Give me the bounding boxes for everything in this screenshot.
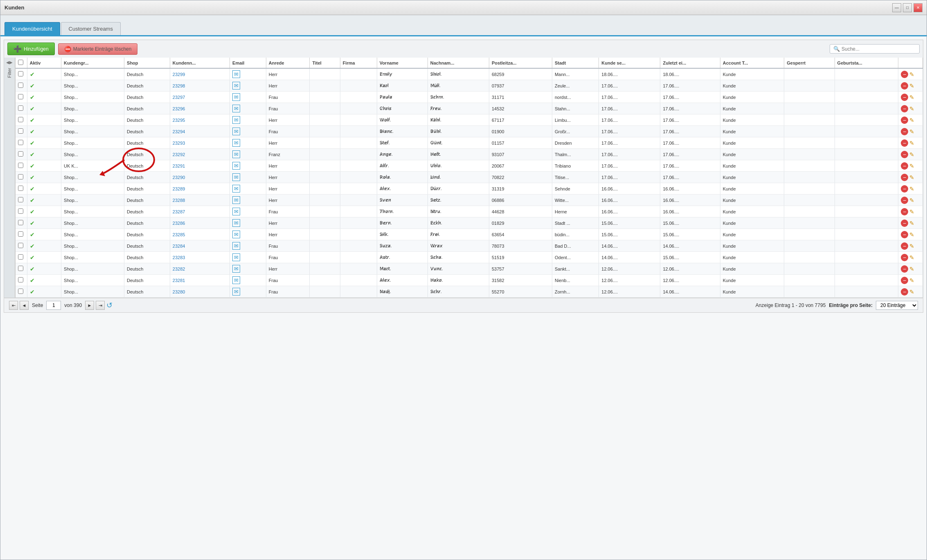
col-aktiv[interactable]: Aktiv [27, 58, 61, 68]
prev-page-button[interactable]: ◄ [20, 301, 29, 310]
edit-row-button[interactable]: ✎ [909, 94, 914, 101]
row-kundennr[interactable]: 23289 [170, 183, 230, 195]
row-kundennr[interactable]: 23287 [170, 206, 230, 217]
row-checkbox[interactable] [16, 103, 27, 114]
row-kundennr[interactable]: 23280 [170, 286, 230, 298]
col-zuletzt[interactable]: Zuletzt ei... [660, 58, 720, 68]
delete-row-button[interactable]: − [901, 185, 908, 193]
row-checkbox[interactable] [16, 195, 27, 206]
col-plz[interactable]: Postleitza... [489, 58, 552, 68]
row-checkbox[interactable] [16, 252, 27, 263]
delete-row-button[interactable]: − [901, 139, 908, 147]
row-checkbox[interactable] [16, 149, 27, 160]
row-checkbox[interactable] [16, 68, 27, 80]
row-email[interactable]: ✉ [230, 183, 266, 195]
per-page-select[interactable]: 10 Einträge20 Einträge50 Einträge100 Ein… [876, 301, 918, 310]
edit-row-button[interactable]: ✎ [909, 186, 914, 192]
col-titel[interactable]: Titel [310, 58, 340, 68]
delete-row-button[interactable]: − [901, 174, 908, 181]
delete-row-button[interactable]: − [901, 231, 908, 238]
close-button[interactable]: ✕ [914, 3, 923, 12]
row-email[interactable]: ✉ [230, 263, 266, 275]
edit-row-button[interactable]: ✎ [909, 277, 914, 284]
page-number-input[interactable] [46, 301, 61, 310]
row-email[interactable]: ✉ [230, 252, 266, 263]
edit-row-button[interactable]: ✎ [909, 151, 914, 158]
row-checkbox[interactable] [16, 183, 27, 195]
tab-kundenubersicht[interactable]: Kundenübersicht [4, 22, 60, 35]
col-nachname[interactable]: Nachnam... [428, 58, 489, 68]
delete-row-button[interactable]: − [901, 208, 908, 215]
row-kundennr[interactable]: 23288 [170, 195, 230, 206]
row-checkbox[interactable] [16, 137, 27, 149]
edit-row-button[interactable]: ✎ [909, 140, 914, 146]
delete-row-button[interactable]: − [901, 105, 908, 112]
row-email[interactable]: ✉ [230, 160, 266, 172]
row-kundennr[interactable]: 23294 [170, 126, 230, 137]
edit-row-button[interactable]: ✎ [909, 117, 914, 123]
delete-row-button[interactable]: − [901, 151, 908, 158]
row-kundennr[interactable]: 23297 [170, 92, 230, 103]
edit-row-button[interactable]: ✎ [909, 105, 914, 112]
row-checkbox[interactable] [16, 206, 27, 217]
row-kundennr[interactable]: 23296 [170, 103, 230, 114]
row-email[interactable]: ✉ [230, 229, 266, 240]
row-checkbox[interactable] [16, 160, 27, 172]
row-checkbox[interactable] [16, 240, 27, 252]
row-kundennr[interactable]: 23284 [170, 240, 230, 252]
delete-row-button[interactable]: − [901, 220, 908, 227]
edit-row-button[interactable]: ✎ [909, 197, 914, 204]
edit-row-button[interactable]: ✎ [909, 208, 914, 215]
delete-row-button[interactable]: − [901, 128, 908, 135]
edit-row-button[interactable]: ✎ [909, 220, 914, 226]
row-checkbox[interactable] [16, 286, 27, 298]
next-page-button[interactable]: ► [85, 301, 94, 310]
edit-row-button[interactable]: ✎ [909, 254, 914, 261]
delete-row-button[interactable]: − [901, 288, 908, 296]
row-kundennr[interactable]: 23295 [170, 114, 230, 126]
row-email[interactable]: ✉ [230, 172, 266, 183]
edit-row-button[interactable]: ✎ [909, 266, 914, 272]
col-shop[interactable]: Shop [124, 58, 170, 68]
col-kundengruppe[interactable]: Kundengr... [61, 58, 124, 68]
edit-row-button[interactable]: ✎ [909, 71, 914, 78]
row-email[interactable]: ✉ [230, 126, 266, 137]
edit-row-button[interactable]: ✎ [909, 289, 914, 295]
edit-row-button[interactable]: ✎ [909, 174, 914, 181]
last-page-button[interactable]: ⇥ [96, 301, 105, 310]
delete-row-button[interactable]: − [901, 242, 908, 250]
delete-row-button[interactable]: − [901, 254, 908, 261]
col-geburtstag[interactable]: Geburtsta... [835, 58, 898, 68]
col-email[interactable]: Email [230, 58, 266, 68]
row-checkbox[interactable] [16, 80, 27, 92]
row-kundennr[interactable]: 23291 [170, 160, 230, 172]
row-kundennr[interactable]: 23298 [170, 80, 230, 92]
row-kundennr[interactable]: 23283 [170, 252, 230, 263]
row-email[interactable]: ✉ [230, 103, 266, 114]
row-email[interactable]: ✉ [230, 206, 266, 217]
row-checkbox[interactable] [16, 275, 27, 286]
row-email[interactable]: ✉ [230, 286, 266, 298]
delete-row-button[interactable]: − [901, 82, 908, 90]
edit-row-button[interactable]: ✎ [909, 231, 914, 238]
edit-row-button[interactable]: ✎ [909, 163, 914, 169]
col-vorname[interactable]: Vorname [377, 58, 428, 68]
col-kunde-seit[interactable]: Kunde se... [599, 58, 660, 68]
refresh-button[interactable]: ↺ [106, 301, 112, 310]
col-anrede[interactable]: Anrede [266, 58, 310, 68]
row-checkbox[interactable] [16, 126, 27, 137]
row-email[interactable]: ✉ [230, 149, 266, 160]
row-kundennr[interactable]: 23285 [170, 229, 230, 240]
row-kundennr[interactable]: 23281 [170, 275, 230, 286]
col-account-typ[interactable]: Account T... [720, 58, 784, 68]
delete-row-button[interactable]: − [901, 94, 908, 101]
row-email[interactable]: ✉ [230, 114, 266, 126]
delete-row-button[interactable]: − [901, 277, 908, 284]
select-all-checkbox[interactable] [18, 60, 23, 65]
delete-row-button[interactable]: − [901, 71, 908, 78]
row-email[interactable]: ✉ [230, 92, 266, 103]
add-button[interactable]: ➕ Hinzufügen [7, 43, 55, 55]
first-page-button[interactable]: ⇤ [9, 301, 18, 310]
row-email[interactable]: ✉ [230, 217, 266, 229]
col-gesperrt[interactable]: Gesperrt [784, 58, 835, 68]
